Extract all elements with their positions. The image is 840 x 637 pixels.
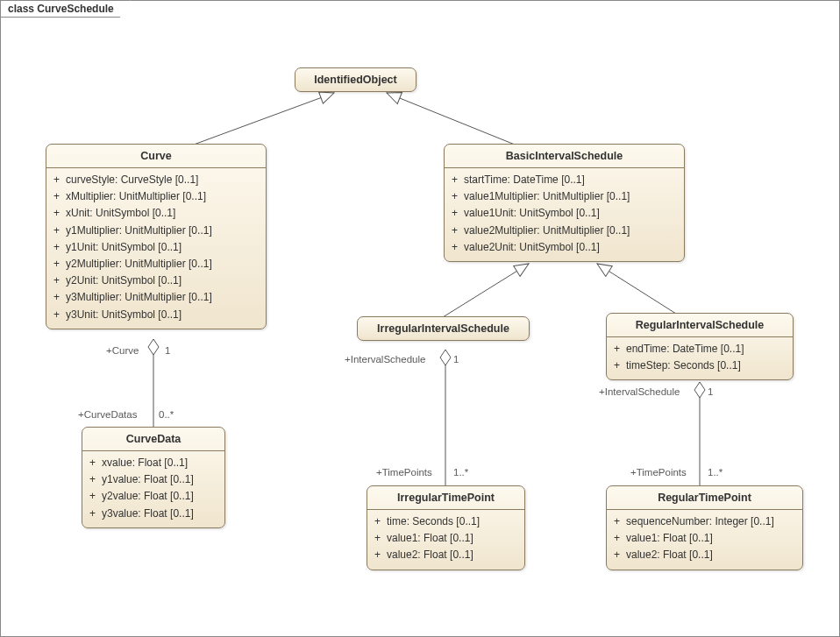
diagram-frame: class CurveSchedule IdentifiedObject Cur	[0, 0, 840, 637]
attr-list: +sequenceNumber: Integer [0..1] +value1:…	[607, 510, 802, 570]
attr: +value1: Float [0..1]	[374, 530, 517, 547]
class-title: IdentifiedObject	[295, 68, 416, 91]
attr: +xUnit: UnitSymbol [0..1]	[53, 205, 259, 222]
attr: +y2value: Float [0..1]	[89, 488, 217, 505]
assoc-card: 1	[708, 386, 713, 397]
attr: +timeStep: Seconds [0..1]	[614, 357, 786, 374]
class-title: BasicIntervalSchedule	[445, 145, 684, 168]
assoc-card: 1	[165, 345, 170, 356]
class-curve: Curve +curveStyle: CurveStyle [0..1] +xM…	[46, 144, 267, 329]
assoc-card: 1	[453, 354, 459, 365]
assoc-role: +IntervalSchedule	[345, 354, 425, 365]
assoc-role: +IntervalSchedule	[599, 386, 680, 397]
attr: +xMultiplier: UnitMultiplier [0..1]	[53, 188, 259, 205]
attr-list: +endTime: DateTime [0..1] +timeStep: Sec…	[607, 337, 793, 379]
attr: +curveStyle: CurveStyle [0..1]	[53, 172, 259, 188]
class-title: IrregularTimePoint	[367, 486, 524, 510]
assoc-card: 0..*	[159, 409, 174, 420]
attr-list: +curveStyle: CurveStyle [0..1] +xMultipl…	[46, 168, 266, 329]
class-title: RegularTimePoint	[607, 486, 802, 510]
frame-title: class CurveSchedule	[0, 0, 131, 18]
class-irregulartimepoint: IrregularTimePoint +time: Seconds [0..1]…	[367, 485, 525, 570]
class-irregularintervalschedule: IrregularIntervalSchedule	[357, 316, 530, 341]
attr: +y3value: Float [0..1]	[89, 506, 217, 522]
attr: +y2Unit: UnitSymbol [0..1]	[53, 272, 259, 289]
attr: +endTime: DateTime [0..1]	[614, 341, 786, 357]
attr: +value1Multiplier: UnitMultiplier [0..1]	[452, 188, 677, 205]
attr: +value2Unit: UnitSymbol [0..1]	[452, 239, 677, 256]
attr: +y2Multiplier: UnitMultiplier [0..1]	[53, 256, 259, 272]
class-title: RegularIntervalSchedule	[607, 314, 793, 337]
attr: +y3Unit: UnitSymbol [0..1]	[53, 307, 259, 323]
assoc-card: 1..*	[708, 467, 723, 478]
class-title: IrregularIntervalSchedule	[358, 317, 529, 340]
attr: +time: Seconds [0..1]	[374, 513, 517, 530]
assoc-role: +TimePoints	[630, 467, 687, 478]
attr: +value1Unit: UnitSymbol [0..1]	[452, 205, 677, 222]
attr: +y1Multiplier: UnitMultiplier [0..1]	[53, 223, 259, 239]
assoc-card: 1..*	[453, 467, 468, 478]
attr: +startTime: DateTime [0..1]	[452, 172, 677, 188]
attr-list: +xvalue: Float [0..1] +y1value: Float [0…	[82, 451, 224, 527]
assoc-role: +TimePoints	[376, 467, 432, 478]
attr: +value2Multiplier: UnitMultiplier [0..1]	[452, 223, 677, 239]
attr: +value2: Float [0..1]	[614, 547, 795, 563]
class-curvedata: CurveData +xvalue: Float [0..1] +y1value…	[82, 427, 225, 528]
class-identifiedobject: IdentifiedObject	[295, 67, 416, 92]
attr-list: +time: Seconds [0..1] +value1: Float [0.…	[367, 510, 524, 570]
assoc-role: +CurveDatas	[78, 409, 137, 420]
attr: +sequenceNumber: Integer [0..1]	[614, 513, 795, 530]
class-regulartimepoint: RegularTimePoint +sequenceNumber: Intege…	[606, 485, 803, 570]
attr: +value1: Float [0..1]	[614, 530, 795, 547]
class-title: CurveData	[82, 428, 224, 451]
attr: +y1value: Float [0..1]	[89, 471, 217, 488]
attr-list: +startTime: DateTime [0..1] +value1Multi…	[445, 168, 684, 261]
svg-line-0	[194, 93, 334, 145]
attr: +xvalue: Float [0..1]	[89, 455, 217, 471]
class-basicintervalschedule: BasicIntervalSchedule +startTime: DateTi…	[444, 144, 685, 262]
svg-line-1	[387, 93, 515, 145]
class-regularintervalschedule: RegularIntervalSchedule +endTime: DateTi…	[606, 313, 794, 380]
attr: +y3Multiplier: UnitMultiplier [0..1]	[53, 289, 259, 306]
attr: +value2: Float [0..1]	[374, 547, 517, 563]
attr: +y1Unit: UnitSymbol [0..1]	[53, 239, 259, 256]
svg-line-3	[597, 264, 676, 314]
assoc-role: +Curve	[106, 345, 139, 356]
class-title: Curve	[46, 145, 266, 168]
svg-line-2	[443, 264, 529, 317]
